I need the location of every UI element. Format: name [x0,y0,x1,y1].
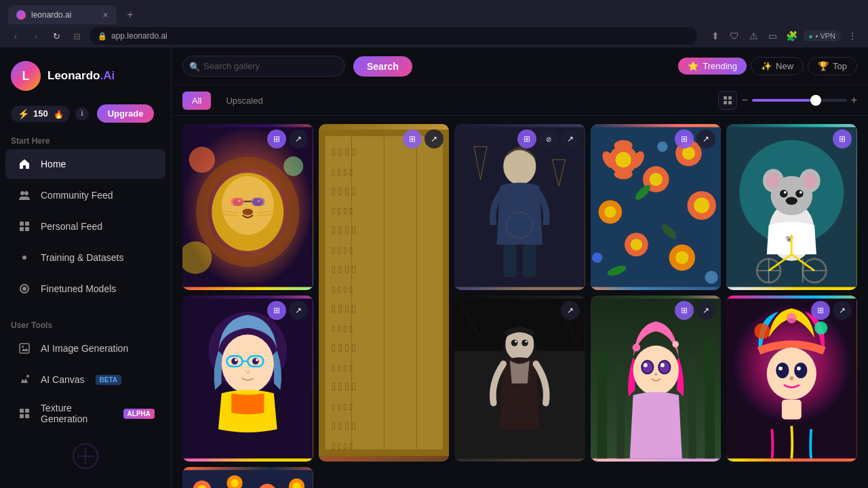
gallery-image-9 [726,296,857,462]
info-button[interactable]: ℹ [75,107,89,121]
user-tools-label: User Tools [0,315,171,333]
svg-point-160 [778,367,783,371]
credits-icon: ⚡ [18,108,29,119]
app-container: L Leonardo.Ai ⚡ 150 🔥 ℹ Upgrade Start He… [0,47,868,488]
item-2-action-1[interactable]: ⊞ [403,129,422,148]
gallery-item-4[interactable]: ⊞ ↗ [591,124,722,290]
back-button[interactable]: ‹ [8,28,23,43]
svg-text:𓈄 𓉄 𓊄 𓋄: 𓈄 𓉄 𓊄 𓋄 [332,420,355,432]
item-5-actions: ⊞ [833,129,852,148]
item-9-action-2[interactable]: ↗ [833,301,852,320]
item-3-actions: ⊞ ⊘ ↗ [517,129,580,148]
tab-close-button[interactable]: ✕ [102,11,108,20]
sidebar-item-personal-feed-label: Personal Feed [41,221,102,232]
zoom-minus-button[interactable]: − [741,94,747,106]
gallery-image-8 [591,296,722,462]
gallery-image-7 [454,296,585,462]
gallery-image-5: 🐨 [726,124,857,290]
item-5-action-1[interactable]: ⊞ [833,129,852,148]
sidebar-toggle[interactable]: ▭ [765,28,780,43]
new-label: New [776,61,793,71]
item-6-action-1[interactable]: ⊞ [267,301,286,320]
svg-rect-138 [616,364,625,459]
bookmark-button[interactable]: ⊟ [69,28,84,43]
gallery-item-1[interactable]: ⊞ ↗ [182,124,313,290]
item-8-action-1[interactable]: ⊞ [675,301,694,320]
svg-rect-18 [724,96,727,100]
sidebar-item-training-datasets[interactable]: Training & Datasets [5,243,165,272]
svg-point-90 [592,252,602,262]
grid-view-button[interactable] [718,91,737,110]
tab-upscaled[interactable]: Upscaled [216,92,272,110]
address-bar[interactable]: 🔒 app.leonardo.ai [90,27,697,45]
item-1-action-2[interactable]: ↗ [289,129,308,148]
upgrade-button[interactable]: Upgrade [97,104,155,123]
item-4-action-2[interactable]: ↗ [696,129,715,148]
svg-point-9 [22,256,26,260]
search-wrap: 🔍 [182,56,345,77]
sidebar-item-ai-canvas[interactable]: AI Canvas BETA [5,365,165,394]
alert-icon[interactable]: ⚠ [746,28,761,43]
share-button[interactable]: ⬆ [708,28,723,43]
logo-name: Leonardo.Ai [47,69,115,83]
gallery-item-10[interactable] [182,467,313,488]
new-filter[interactable]: ✨ New [751,57,804,75]
svg-point-149 [672,341,679,348]
item-2-action-2[interactable]: ↗ [425,129,443,148]
item-7-action-1[interactable]: ↗ [561,301,580,320]
sidebar-item-ai-image-generation[interactable]: AI Image Generation [5,333,165,363]
sidebar-item-finetuned-models[interactable]: Finetuned Models [5,274,165,304]
svg-point-73 [604,206,616,218]
sidebar-item-texture-generation[interactable]: Texture Generation ALPHA [5,396,165,431]
svg-point-156 [776,363,789,378]
forward-button[interactable]: › [28,28,43,43]
top-filter[interactable]: 🏆 Top [808,57,857,75]
item-3-action-1[interactable]: ⊞ [517,129,536,148]
sidebar-item-community-feed[interactable]: Community Feed [5,180,165,210]
sidebar-item-home[interactable]: Home [5,149,165,179]
gallery-image-1 [182,124,313,290]
ai-canvas-icon [16,371,33,388]
extensions-button[interactable]: 🧩 [784,28,799,43]
gallery-item-3[interactable]: ⊞ ⊘ ↗ [454,124,585,290]
vpn-badge[interactable]: ● • VPN [803,30,841,41]
browser-tab[interactable]: leonardo.ai ✕ [8,5,117,24]
item-3-action-3[interactable]: ↗ [561,129,580,148]
filter-group: ⭐ Trending ✨ New 🏆 Top [678,57,857,75]
trending-filter[interactable]: ⭐ Trending [678,58,747,75]
svg-point-75 [694,198,709,214]
menu-button[interactable]: ⋮ [845,28,860,43]
new-tab-button[interactable]: + [122,7,138,23]
svg-point-143 [642,361,652,373]
refresh-button[interactable]: ↻ [49,28,64,43]
search-button[interactable]: Search [353,56,412,77]
svg-point-131 [526,341,528,343]
gallery-item-5[interactable]: 🐨 [726,124,857,290]
gallery-item-2[interactable]: 𓀀 𓁀 𓂀 𓃀 𓄀 𓅀 𓆀 𓇀 𓈀 𓉀 𓊀 𓋀 𓀁 𓁁 𓂁 𓃁 𓄁 𓅁 𓆁 𓇁 … [319,124,450,462]
tab-all[interactable]: All [182,92,211,110]
search-icon: 🔍 [189,61,200,71]
item-4-action-1[interactable]: ⊞ [675,129,694,148]
gallery-item-9[interactable]: ⊞ ↗ [726,296,857,462]
item-6-action-2[interactable]: ↗ [289,301,308,320]
alpha-badge: ALPHA [123,409,155,419]
svg-text:🔥: 🔥 [54,109,63,119]
item-9-action-1[interactable]: ⊞ [811,301,830,320]
sidebar-item-personal-feed[interactable]: Personal Feed [5,211,165,241]
gallery-item-6[interactable]: ⊞ ↗ [182,296,313,462]
svg-text:𓈂 𓉂 𓊂 𓋂: 𓈂 𓉂 𓊂 𓋂 [332,303,355,314]
zoom-slider[interactable] [752,99,847,102]
svg-point-130 [515,341,517,343]
svg-text:L: L [22,69,30,83]
svg-point-152 [755,323,770,339]
gallery-item-7[interactable]: ↗ [454,296,585,462]
shield-icon[interactable]: 🛡 [727,28,742,43]
item-8-action-2[interactable]: ↗ [696,301,715,320]
item-3-action-2[interactable]: ⊘ [539,129,558,148]
zoom-plus-button[interactable]: + [851,94,857,106]
search-input[interactable] [182,56,345,77]
item-9-actions: ⊞ ↗ [811,301,852,320]
svg-point-101 [780,190,788,198]
item-1-action-1[interactable]: ⊞ [267,129,286,148]
gallery-item-8[interactable]: ⊞ ↗ [591,296,722,462]
